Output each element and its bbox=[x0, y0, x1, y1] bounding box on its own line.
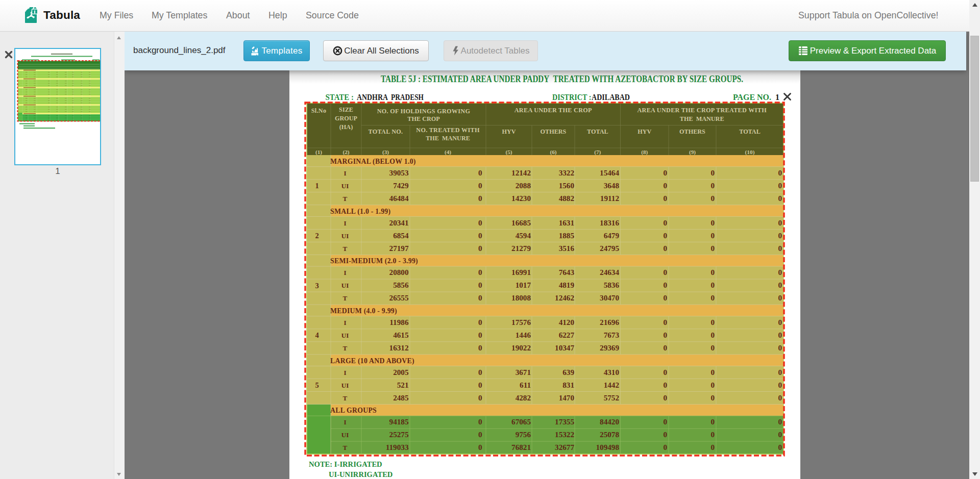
svg-text:17576: 17576 bbox=[511, 318, 531, 326]
svg-text:1: 1 bbox=[315, 182, 318, 190]
svg-text:7643: 7643 bbox=[559, 268, 575, 276]
svg-text:19022: 19022 bbox=[511, 343, 531, 352]
svg-text:0: 0 bbox=[778, 231, 782, 240]
svg-text:0: 0 bbox=[663, 168, 667, 177]
svg-text:ANDHRA: ANDHRA bbox=[357, 93, 388, 102]
svg-text:0: 0 bbox=[478, 443, 482, 451]
svg-text:(3): (3) bbox=[382, 149, 389, 156]
svg-text:16685: 16685 bbox=[511, 218, 531, 227]
svg-text:I: I bbox=[344, 418, 346, 426]
svg-text:1446: 1446 bbox=[516, 331, 531, 339]
svg-text:UI: UI bbox=[341, 382, 349, 389]
svg-text:0: 0 bbox=[478, 281, 482, 289]
svg-text:0: 0 bbox=[778, 218, 782, 227]
svg-text:SIZE: SIZE bbox=[339, 106, 353, 113]
svg-text:I: I bbox=[344, 169, 346, 177]
svg-text:0: 0 bbox=[778, 343, 782, 352]
svg-text:MARGINAL (BELOW 1.0): MARGINAL (BELOW 1.0) bbox=[330, 158, 416, 166]
svg-text:12142: 12142 bbox=[511, 168, 531, 177]
svg-text:0: 0 bbox=[710, 343, 715, 352]
svg-text:0: 0 bbox=[478, 181, 482, 190]
svg-text:PAGE NO.: PAGE NO. bbox=[733, 93, 771, 102]
svg-text:20341: 20341 bbox=[389, 218, 409, 227]
svg-text:0: 0 bbox=[710, 281, 715, 289]
svg-text:0: 0 bbox=[478, 168, 482, 177]
svg-text:10347: 10347 bbox=[555, 343, 574, 352]
svg-text:0: 0 bbox=[478, 293, 482, 302]
svg-text:3: 3 bbox=[315, 282, 318, 290]
svg-text:19112: 19112 bbox=[600, 194, 619, 203]
svg-text:0: 0 bbox=[710, 218, 715, 227]
svg-text:THE CROP: THE CROP bbox=[407, 115, 440, 122]
svg-text:3516: 3516 bbox=[559, 244, 575, 253]
svg-text:T: T bbox=[343, 195, 348, 203]
svg-text:NOTE: I-IRRIGATED: NOTE: I-IRRIGATED bbox=[309, 460, 382, 468]
svg-text:AREA UNDER THE CROP: AREA UNDER THE CROP bbox=[514, 107, 592, 114]
svg-text:0: 0 bbox=[710, 331, 715, 339]
svg-text:THE MANURE: THE MANURE bbox=[680, 115, 724, 122]
svg-text:18316: 18316 bbox=[600, 218, 619, 227]
svg-text:0: 0 bbox=[663, 331, 667, 339]
svg-text:14230: 14230 bbox=[511, 194, 531, 203]
svg-text:LARGE (10 AND ABOVE): LARGE (10 AND ABOVE) bbox=[330, 357, 414, 365]
svg-text:4615: 4615 bbox=[393, 331, 409, 339]
svg-text:1470: 1470 bbox=[559, 393, 575, 402]
svg-text:0: 0 bbox=[778, 293, 782, 302]
svg-text:0: 0 bbox=[778, 318, 782, 326]
svg-text:0: 0 bbox=[778, 168, 782, 177]
svg-text:0: 0 bbox=[778, 331, 782, 339]
svg-text:SEMI-MEDIUM (2.0 - 3.99): SEMI-MEDIUM (2.0 - 3.99) bbox=[330, 257, 418, 265]
svg-text:0: 0 bbox=[663, 343, 667, 352]
svg-text:(6): (6) bbox=[550, 149, 556, 156]
svg-text:(2): (2) bbox=[342, 149, 349, 156]
svg-text:0: 0 bbox=[478, 417, 482, 426]
svg-text:4: 4 bbox=[315, 331, 318, 339]
svg-text:STATE :: STATE : bbox=[326, 93, 354, 102]
svg-text:26555: 26555 bbox=[389, 293, 409, 302]
svg-text:119033: 119033 bbox=[386, 443, 409, 451]
svg-text:12462: 12462 bbox=[555, 293, 574, 302]
svg-text:1017: 1017 bbox=[516, 281, 531, 289]
svg-text:(7): (7) bbox=[594, 149, 601, 156]
svg-text:0: 0 bbox=[663, 368, 667, 376]
svg-text:17355: 17355 bbox=[555, 417, 574, 426]
svg-text:GROUP: GROUP bbox=[335, 115, 358, 122]
svg-text:DISTRICT :: DISTRICT : bbox=[552, 93, 592, 102]
svg-text:(8): (8) bbox=[641, 149, 648, 156]
svg-text:0: 0 bbox=[778, 244, 782, 253]
svg-text:HYV: HYV bbox=[638, 128, 651, 135]
svg-text:0: 0 bbox=[710, 393, 715, 402]
svg-text:0: 0 bbox=[478, 244, 482, 253]
svg-text:6854: 6854 bbox=[393, 231, 409, 240]
svg-text:2485: 2485 bbox=[393, 393, 409, 402]
svg-text:0: 0 bbox=[663, 281, 667, 289]
svg-text:611: 611 bbox=[520, 381, 531, 389]
svg-text:0: 0 bbox=[663, 393, 667, 402]
svg-text:0: 0 bbox=[710, 368, 715, 376]
svg-text:4310: 4310 bbox=[604, 368, 620, 376]
svg-text:0: 0 bbox=[778, 194, 782, 203]
svg-text:TOTAL NO.: TOTAL NO. bbox=[369, 128, 403, 135]
svg-text:T: T bbox=[343, 245, 348, 253]
svg-text:0: 0 bbox=[478, 368, 482, 376]
svg-text:0: 0 bbox=[710, 381, 715, 389]
svg-text:27197: 27197 bbox=[389, 244, 409, 253]
svg-text:Sl.No: Sl.No bbox=[311, 107, 327, 114]
svg-text:T: T bbox=[343, 344, 348, 352]
svg-text:46484: 46484 bbox=[389, 194, 409, 203]
svg-text:NO. OF HOLDINGS GROWING: NO. OF HOLDINGS GROWING bbox=[377, 108, 471, 115]
svg-text:39053: 39053 bbox=[389, 168, 409, 177]
svg-text:29369: 29369 bbox=[600, 343, 619, 352]
svg-text:MEDIUM (4.0 - 9.99): MEDIUM (4.0 - 9.99) bbox=[330, 307, 397, 315]
svg-text:4819: 4819 bbox=[559, 281, 575, 289]
svg-text:0: 0 bbox=[778, 368, 782, 376]
svg-text:21279: 21279 bbox=[511, 244, 531, 253]
svg-text:0: 0 bbox=[710, 194, 715, 203]
svg-text:6227: 6227 bbox=[559, 331, 575, 339]
svg-text:(5): (5) bbox=[505, 149, 512, 156]
svg-text:109498: 109498 bbox=[596, 443, 619, 451]
svg-text:4882: 4882 bbox=[559, 194, 574, 203]
svg-text:21696: 21696 bbox=[600, 318, 619, 326]
svg-text:UI: UI bbox=[341, 431, 349, 439]
svg-text:24795: 24795 bbox=[600, 244, 619, 253]
